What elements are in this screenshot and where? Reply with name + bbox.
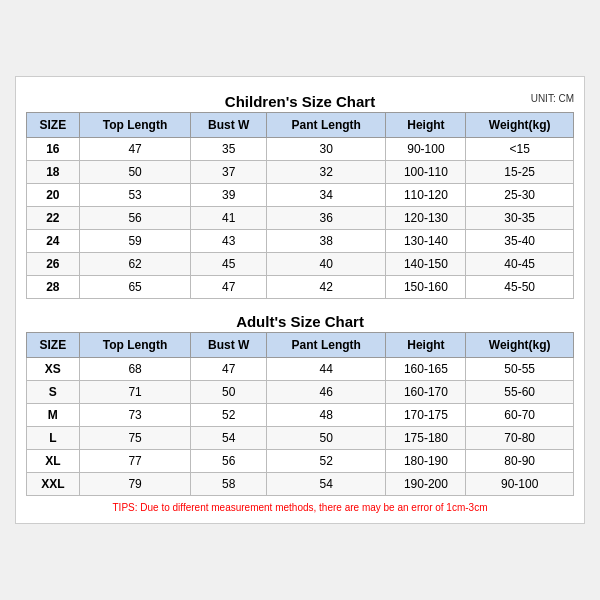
table-cell: S — [27, 381, 80, 404]
table-row: XL775652180-19080-90 — [27, 450, 574, 473]
adults-col-weight: Weight(kg) — [466, 333, 574, 358]
table-cell: 46 — [267, 381, 386, 404]
adults-col-toplength: Top Length — [79, 333, 191, 358]
table-cell: 50 — [79, 161, 191, 184]
table-row: 24594338130-14035-40 — [27, 230, 574, 253]
table-cell: 36 — [267, 207, 386, 230]
table-cell: 40-45 — [466, 253, 574, 276]
table-cell: 52 — [191, 404, 267, 427]
table-cell: 22 — [27, 207, 80, 230]
children-header-row: SIZE Top Length Bust W Pant Length Heigh… — [27, 113, 574, 138]
table-row: XS684744160-16550-55 — [27, 358, 574, 381]
table-row: XXL795854190-20090-100 — [27, 473, 574, 496]
table-cell: <15 — [466, 138, 574, 161]
table-cell: 77 — [79, 450, 191, 473]
table-cell: 55-60 — [466, 381, 574, 404]
table-cell: XL — [27, 450, 80, 473]
table-cell: 35-40 — [466, 230, 574, 253]
table-cell: 160-170 — [386, 381, 466, 404]
adults-col-bustw: Bust W — [191, 333, 267, 358]
table-cell: 56 — [191, 450, 267, 473]
table-row: M735248170-17560-70 — [27, 404, 574, 427]
adults-title: Adult's Size Chart — [236, 313, 364, 330]
table-cell: 28 — [27, 276, 80, 299]
table-cell: 100-110 — [386, 161, 466, 184]
table-cell: 32 — [267, 161, 386, 184]
table-row: 18503732100-11015-25 — [27, 161, 574, 184]
table-cell: 59 — [79, 230, 191, 253]
table-cell: 34 — [267, 184, 386, 207]
table-cell: 42 — [267, 276, 386, 299]
table-cell: 70-80 — [466, 427, 574, 450]
table-cell: 73 — [79, 404, 191, 427]
table-cell: 38 — [267, 230, 386, 253]
table-cell: 30 — [267, 138, 386, 161]
table-cell: 16 — [27, 138, 80, 161]
table-cell: 52 — [267, 450, 386, 473]
table-cell: 80-90 — [466, 450, 574, 473]
table-cell: 47 — [79, 138, 191, 161]
table-cell: 48 — [267, 404, 386, 427]
unit-label: UNIT: CM — [531, 93, 574, 104]
table-cell: 150-160 — [386, 276, 466, 299]
table-cell: 130-140 — [386, 230, 466, 253]
table-cell: 47 — [191, 276, 267, 299]
adults-col-pantlength: Pant Length — [267, 333, 386, 358]
table-cell: 65 — [79, 276, 191, 299]
table-cell: 180-190 — [386, 450, 466, 473]
table-cell: 47 — [191, 358, 267, 381]
table-cell: XS — [27, 358, 80, 381]
table-cell: 71 — [79, 381, 191, 404]
table-cell: 45-50 — [466, 276, 574, 299]
chart-container: Children's Size Chart UNIT: CM SIZE Top … — [15, 76, 585, 524]
children-table: SIZE Top Length Bust W Pant Length Heigh… — [26, 112, 574, 299]
table-cell: 120-130 — [386, 207, 466, 230]
table-cell: 54 — [267, 473, 386, 496]
children-col-size: SIZE — [27, 113, 80, 138]
table-cell: 45 — [191, 253, 267, 276]
adults-header-row: SIZE Top Length Bust W Pant Length Heigh… — [27, 333, 574, 358]
children-title: Children's Size Chart — [225, 93, 375, 110]
table-cell: 25-30 — [466, 184, 574, 207]
table-cell: 50-55 — [466, 358, 574, 381]
table-cell: 58 — [191, 473, 267, 496]
table-cell: 41 — [191, 207, 267, 230]
table-cell: 90-100 — [466, 473, 574, 496]
table-cell: 43 — [191, 230, 267, 253]
adults-table: SIZE Top Length Bust W Pant Length Heigh… — [26, 332, 574, 496]
table-cell: L — [27, 427, 80, 450]
table-cell: 50 — [191, 381, 267, 404]
table-cell: 160-165 — [386, 358, 466, 381]
adults-col-size: SIZE — [27, 333, 80, 358]
table-cell: 140-150 — [386, 253, 466, 276]
table-row: 20533934110-12025-30 — [27, 184, 574, 207]
table-row: 26624540140-15040-45 — [27, 253, 574, 276]
table-cell: 37 — [191, 161, 267, 184]
table-cell: XXL — [27, 473, 80, 496]
table-cell: 68 — [79, 358, 191, 381]
table-cell: 110-120 — [386, 184, 466, 207]
children-section-title: Children's Size Chart UNIT: CM — [26, 87, 574, 112]
table-cell: 54 — [191, 427, 267, 450]
table-cell: 39 — [191, 184, 267, 207]
table-cell: 50 — [267, 427, 386, 450]
table-cell: 20 — [27, 184, 80, 207]
table-row: 28654742150-16045-50 — [27, 276, 574, 299]
table-row: L755450175-18070-80 — [27, 427, 574, 450]
children-col-toplength: Top Length — [79, 113, 191, 138]
children-col-bustw: Bust W — [191, 113, 267, 138]
children-col-weight: Weight(kg) — [466, 113, 574, 138]
table-cell: 190-200 — [386, 473, 466, 496]
table-cell: 44 — [267, 358, 386, 381]
table-cell: 53 — [79, 184, 191, 207]
adults-col-height: Height — [386, 333, 466, 358]
table-row: 22564136120-13030-35 — [27, 207, 574, 230]
table-cell: 60-70 — [466, 404, 574, 427]
table-cell: 40 — [267, 253, 386, 276]
table-row: S715046160-17055-60 — [27, 381, 574, 404]
table-cell: 35 — [191, 138, 267, 161]
children-col-height: Height — [386, 113, 466, 138]
table-cell: 26 — [27, 253, 80, 276]
table-cell: 56 — [79, 207, 191, 230]
table-cell: 90-100 — [386, 138, 466, 161]
